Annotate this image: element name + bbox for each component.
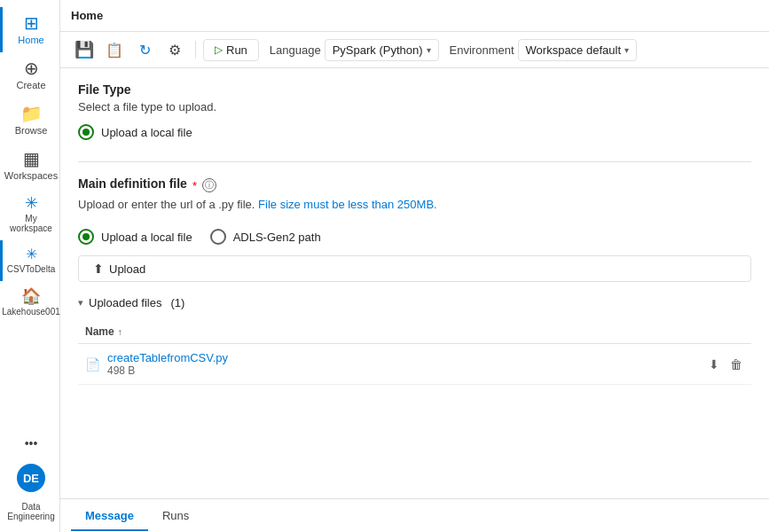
uploaded-files-count: (1) xyxy=(170,296,184,309)
browse-icon: 📁 xyxy=(20,105,43,122)
delete-button[interactable]: 🗑 xyxy=(728,356,744,373)
upload-button[interactable]: ⬆ Upload xyxy=(78,255,751,282)
required-star: * xyxy=(192,179,197,192)
environment-chevron-icon: ▾ xyxy=(624,45,629,55)
csvtodelta-icon: ✳ xyxy=(26,247,37,262)
file-type-subtitle: Select a file type to upload. xyxy=(78,100,751,113)
save-button[interactable]: 💾 xyxy=(71,37,98,62)
sidebar-item-data-engineering[interactable]: DE Data Engineering xyxy=(0,457,59,532)
language-chevron-icon: ▾ xyxy=(427,45,431,55)
environment-select[interactable]: Workspace default ▾ xyxy=(518,39,637,61)
sidebar-item-label: Create xyxy=(16,80,45,90)
uploaded-files-expander[interactable]: ▾ Uploaded files (1) xyxy=(78,296,751,309)
settings-icon: ⚙ xyxy=(169,42,181,59)
definition-title: Main definition file xyxy=(78,176,187,191)
upload-options-row: Upload a local file ADLS-Gen2 path xyxy=(78,229,751,245)
avatar: DE xyxy=(17,464,45,492)
upload-arrow-icon: ⬆ xyxy=(93,262,104,276)
sidebar-item-create[interactable]: ⊕ Create xyxy=(0,52,59,98)
table-row: 📄 createTablefromCSV.py 498 B ⬇ 🗑 xyxy=(78,344,751,385)
file-type-title: File Type xyxy=(78,82,751,97)
sidebar-item-label: My workspace xyxy=(6,214,56,233)
environment-label: Environment xyxy=(450,43,514,57)
run-triangle-icon: ▷ xyxy=(215,43,223,56)
more-icon: ••• xyxy=(25,437,38,450)
sidebar-bottom-label: Data Engineering xyxy=(6,502,56,521)
radio-circle-local-2 xyxy=(78,229,94,245)
expand-chevron-icon: ▾ xyxy=(78,297,83,309)
uploaded-files-label: Uploaded files xyxy=(89,296,161,309)
download-button[interactable]: ⬇ xyxy=(707,356,721,373)
language-select[interactable]: PySpark (Python) ▾ xyxy=(325,39,439,61)
topbar: Home xyxy=(60,0,769,32)
create-icon: ⊕ xyxy=(24,59,39,77)
toolbar: 💾 📋 ↻ ⚙ ▷ Run Language PySpark (Python) … xyxy=(60,32,769,68)
sidebar: ⊞ Home ⊕ Create 📁 Browse ▦ Workspaces ✳ … xyxy=(0,0,60,532)
sidebar-item-label: Lakehouse001 xyxy=(2,307,60,317)
file-name[interactable]: createTablefromCSV.py xyxy=(107,351,696,364)
tab-message[interactable]: Message xyxy=(71,502,148,531)
info-icon[interactable]: ⓘ xyxy=(202,178,216,192)
refresh-icon: ↻ xyxy=(139,42,151,59)
sidebar-item-label: Browse xyxy=(15,125,48,136)
radio-label-adls: ADLS-Gen2 path xyxy=(233,231,321,244)
sidebar-item-home[interactable]: ⊞ Home xyxy=(0,7,59,52)
workspaces-icon: ▦ xyxy=(23,150,40,168)
file-table-header: Name ↑ xyxy=(78,320,751,344)
file-actions: ⬇ 🗑 xyxy=(707,356,744,373)
sidebar-item-my-workspace[interactable]: ✳ My workspace xyxy=(0,188,59,240)
bottom-tabs: Message Runs xyxy=(60,498,769,532)
radio-label-local-2: Upload a local file xyxy=(101,231,192,244)
run-button[interactable]: ▷ Run xyxy=(203,39,259,61)
definition-header: Main definition file * ⓘ xyxy=(78,176,751,194)
home-icon: ⊞ xyxy=(24,14,39,32)
sidebar-item-more[interactable]: ••• xyxy=(0,430,59,457)
radio-circle-local xyxy=(78,124,94,140)
sidebar-item-label: Home xyxy=(18,35,43,45)
radio-circle-adls xyxy=(210,229,226,245)
sidebar-item-browse[interactable]: 📁 Browse xyxy=(0,98,59,143)
definition-subtitle-link[interactable]: File size must be less than 250MB. xyxy=(258,198,437,211)
radio-upload-local-2[interactable]: Upload a local file xyxy=(78,229,192,245)
file-doc-icon: 📄 xyxy=(85,357,100,372)
section-separator xyxy=(78,161,751,162)
definition-subtitle-text: Upload or enter the url of a .py file. xyxy=(78,198,255,211)
sidebar-item-label: CSVToDelta xyxy=(7,264,55,274)
page-title: Home xyxy=(71,9,103,22)
sidebar-item-label: Workspaces xyxy=(4,170,58,181)
main-area: Home 💾 📋 ↻ ⚙ ▷ Run Language PySpark (Pyt… xyxy=(60,0,769,532)
copy-button[interactable]: 📋 xyxy=(101,37,128,62)
refresh-button[interactable]: ↻ xyxy=(131,37,158,62)
upload-button-label: Upload xyxy=(109,262,145,276)
radio-adls[interactable]: ADLS-Gen2 path xyxy=(210,229,321,245)
content-area: File Type Select a file type to upload. … xyxy=(60,68,769,498)
column-name-label: Name xyxy=(85,325,114,338)
tab-runs[interactable]: Runs xyxy=(148,502,203,531)
language-label: Language xyxy=(270,43,321,57)
toolbar-divider xyxy=(195,41,196,59)
file-type-radio-group: Upload a local file xyxy=(78,124,751,140)
my-workspace-icon: ✳ xyxy=(25,195,38,211)
definition-subtitle: Upload or enter the url of a .py file. F… xyxy=(78,198,751,211)
sort-arrow-icon[interactable]: ↑ xyxy=(118,327,122,337)
environment-value: Workspace default xyxy=(526,43,621,57)
copy-icon: 📋 xyxy=(106,42,123,59)
lakehouse-icon: 🏠 xyxy=(21,288,41,304)
sidebar-item-lakehouse001[interactable]: 🏠 Lakehouse001 xyxy=(0,281,59,324)
file-table: Name ↑ 📄 createTablefromCSV.py 498 B ⬇ 🗑 xyxy=(78,320,751,385)
run-button-label: Run xyxy=(226,43,247,57)
radio-upload-local[interactable]: Upload a local file xyxy=(78,124,751,140)
radio-label-local: Upload a local file xyxy=(101,126,192,139)
language-value: PySpark (Python) xyxy=(333,43,423,57)
file-size: 498 B xyxy=(107,364,696,377)
settings-button[interactable]: ⚙ xyxy=(161,37,188,62)
sidebar-item-workspaces[interactable]: ▦ Workspaces xyxy=(0,143,59,188)
save-icon: 💾 xyxy=(75,40,94,59)
sidebar-item-csvtodelta[interactable]: ✳ CSVToDelta xyxy=(0,240,59,281)
